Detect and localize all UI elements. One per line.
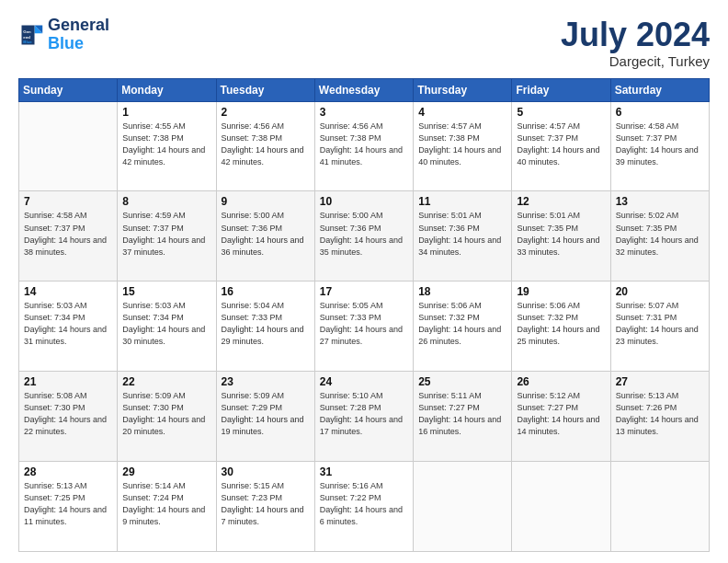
sunset-text: Sunset: 7:38 PM bbox=[418, 133, 480, 143]
day-number: 8 bbox=[122, 195, 210, 208]
sunset-text: Sunset: 7:30 PM bbox=[122, 403, 184, 412]
sunset-text: Sunset: 7:34 PM bbox=[122, 313, 184, 322]
svg-text:Blue: Blue bbox=[23, 40, 32, 44]
col-sunday: Sunday bbox=[19, 78, 118, 101]
cell-info: Sunrise: 5:02 AM Sunset: 7:35 PM Dayligh… bbox=[616, 210, 704, 258]
sunrise-text: Sunrise: 4:56 AM bbox=[222, 121, 285, 131]
cell-info: Sunrise: 4:59 AM Sunset: 7:37 PM Dayligh… bbox=[122, 210, 210, 258]
sunset-text: Sunset: 7:37 PM bbox=[122, 224, 184, 233]
cell-info: Sunrise: 4:57 AM Sunset: 7:37 PM Dayligh… bbox=[517, 121, 605, 168]
sunrise-text: Sunrise: 5:01 AM bbox=[517, 211, 580, 220]
sunset-text: Sunset: 7:38 PM bbox=[122, 133, 184, 143]
cell-info: Sunrise: 5:04 AM Sunset: 7:33 PM Dayligh… bbox=[222, 300, 310, 348]
table-row: 7 Sunrise: 4:58 AM Sunset: 7:37 PM Dayli… bbox=[19, 191, 118, 282]
sunset-text: Sunset: 7:33 PM bbox=[320, 313, 381, 322]
table-row: 21 Sunrise: 5:08 AM Sunset: 7:30 PM Dayl… bbox=[19, 372, 118, 462]
table-row: 9 Sunrise: 5:00 AM Sunset: 7:36 PM Dayli… bbox=[216, 191, 314, 282]
calendar-table: Sunday Monday Tuesday Wednesday Thursday… bbox=[18, 78, 710, 552]
day-number: 21 bbox=[24, 375, 112, 388]
table-row: 28 Sunrise: 5:13 AM Sunset: 7:25 PM Dayl… bbox=[19, 462, 118, 552]
day-number: 9 bbox=[222, 195, 310, 208]
day-number: 14 bbox=[24, 285, 112, 298]
table-row: 8 Sunrise: 4:59 AM Sunset: 7:37 PM Dayli… bbox=[118, 191, 216, 282]
sunset-text: Sunset: 7:27 PM bbox=[418, 403, 480, 412]
day-number: 1 bbox=[122, 106, 210, 119]
daylight-text: Daylight: 14 hours and 14 minutes. bbox=[517, 415, 599, 436]
sunrise-text: Sunrise: 5:05 AM bbox=[320, 301, 383, 310]
table-row: 17 Sunrise: 5:05 AM Sunset: 7:33 PM Dayl… bbox=[314, 282, 413, 372]
cell-info: Sunrise: 5:03 AM Sunset: 7:34 PM Dayligh… bbox=[122, 300, 210, 348]
sunrise-text: Sunrise: 4:58 AM bbox=[616, 121, 679, 131]
sunrise-text: Sunrise: 5:12 AM bbox=[517, 391, 580, 400]
svg-text:eral: eral bbox=[23, 34, 30, 39]
sunrise-text: Sunrise: 4:56 AM bbox=[320, 121, 383, 131]
sunrise-text: Sunrise: 5:07 AM bbox=[616, 301, 679, 310]
sunrise-text: Sunrise: 5:09 AM bbox=[122, 391, 186, 400]
sunset-text: Sunset: 7:34 PM bbox=[24, 313, 85, 322]
sunset-text: Sunset: 7:37 PM bbox=[24, 224, 85, 233]
day-number: 19 bbox=[517, 285, 605, 298]
day-number: 16 bbox=[222, 285, 310, 298]
sunrise-text: Sunrise: 5:10 AM bbox=[320, 391, 383, 400]
sunrise-text: Sunrise: 5:01 AM bbox=[418, 211, 482, 220]
day-number: 11 bbox=[418, 195, 506, 208]
cell-info: Sunrise: 5:06 AM Sunset: 7:32 PM Dayligh… bbox=[517, 300, 605, 348]
table-row: 6 Sunrise: 4:58 AM Sunset: 7:37 PM Dayli… bbox=[610, 101, 709, 191]
sunrise-text: Sunrise: 4:57 AM bbox=[418, 121, 482, 131]
cell-info: Sunrise: 5:06 AM Sunset: 7:32 PM Dayligh… bbox=[418, 300, 506, 348]
sunrise-text: Sunrise: 5:00 AM bbox=[320, 211, 383, 220]
cell-info: Sunrise: 5:09 AM Sunset: 7:29 PM Dayligh… bbox=[222, 390, 310, 438]
col-tuesday: Tuesday bbox=[216, 78, 314, 101]
sunrise-text: Sunrise: 5:14 AM bbox=[122, 481, 186, 490]
col-thursday: Thursday bbox=[414, 78, 512, 101]
calendar-week-row: 28 Sunrise: 5:13 AM Sunset: 7:25 PM Dayl… bbox=[19, 462, 710, 552]
day-number: 6 bbox=[616, 106, 704, 119]
table-row: 10 Sunrise: 5:00 AM Sunset: 7:36 PM Dayl… bbox=[314, 191, 413, 282]
sunrise-text: Sunrise: 4:58 AM bbox=[24, 211, 87, 220]
cell-info: Sunrise: 5:16 AM Sunset: 7:22 PM Dayligh… bbox=[320, 480, 408, 528]
table-row: 23 Sunrise: 5:09 AM Sunset: 7:29 PM Dayl… bbox=[216, 372, 314, 462]
daylight-text: Daylight: 14 hours and 16 minutes. bbox=[418, 415, 501, 436]
daylight-text: Daylight: 14 hours and 7 minutes. bbox=[222, 505, 304, 526]
sunrise-text: Sunrise: 5:11 AM bbox=[418, 391, 482, 400]
cell-info: Sunrise: 5:15 AM Sunset: 7:23 PM Dayligh… bbox=[222, 480, 310, 528]
table-row bbox=[512, 462, 610, 552]
sunrise-text: Sunrise: 4:55 AM bbox=[122, 121, 186, 131]
daylight-text: Daylight: 14 hours and 32 minutes. bbox=[616, 236, 699, 257]
daylight-text: Daylight: 14 hours and 37 minutes. bbox=[122, 236, 205, 257]
daylight-text: Daylight: 14 hours and 38 minutes. bbox=[24, 236, 107, 257]
day-number: 24 bbox=[320, 375, 408, 388]
table-row: 4 Sunrise: 4:57 AM Sunset: 7:38 PM Dayli… bbox=[414, 101, 512, 191]
day-number: 13 bbox=[616, 195, 704, 208]
daylight-text: Daylight: 14 hours and 31 minutes. bbox=[24, 325, 107, 346]
daylight-text: Daylight: 14 hours and 42 minutes. bbox=[122, 145, 205, 167]
daylight-text: Daylight: 14 hours and 35 minutes. bbox=[320, 236, 403, 257]
daylight-text: Daylight: 14 hours and 23 minutes. bbox=[616, 325, 699, 346]
sunset-text: Sunset: 7:28 PM bbox=[320, 403, 381, 412]
calendar-week-row: 7 Sunrise: 4:58 AM Sunset: 7:37 PM Dayli… bbox=[19, 191, 710, 282]
sunset-text: Sunset: 7:36 PM bbox=[222, 224, 283, 233]
table-row bbox=[610, 462, 709, 552]
table-row: 31 Sunrise: 5:16 AM Sunset: 7:22 PM Dayl… bbox=[314, 462, 413, 552]
sunset-text: Sunset: 7:38 PM bbox=[222, 133, 283, 143]
sunset-text: Sunset: 7:37 PM bbox=[517, 133, 578, 143]
daylight-text: Daylight: 14 hours and 13 minutes. bbox=[616, 415, 699, 436]
day-number: 3 bbox=[320, 106, 408, 119]
daylight-text: Daylight: 14 hours and 40 minutes. bbox=[517, 145, 599, 167]
logo: Gen eral Blue General Blue bbox=[18, 17, 109, 53]
sunrise-text: Sunrise: 5:00 AM bbox=[222, 211, 285, 220]
daylight-text: Daylight: 14 hours and 40 minutes. bbox=[418, 145, 501, 167]
day-number: 18 bbox=[418, 285, 506, 298]
table-row: 20 Sunrise: 5:07 AM Sunset: 7:31 PM Dayl… bbox=[610, 282, 709, 372]
day-number: 5 bbox=[517, 106, 605, 119]
day-number: 23 bbox=[222, 375, 310, 388]
sunrise-text: Sunrise: 5:02 AM bbox=[616, 211, 679, 220]
sunset-text: Sunset: 7:36 PM bbox=[418, 224, 480, 233]
table-row: 3 Sunrise: 4:56 AM Sunset: 7:38 PM Dayli… bbox=[314, 101, 413, 191]
logo-icon: Gen eral Blue bbox=[18, 22, 44, 48]
table-row: 12 Sunrise: 5:01 AM Sunset: 7:35 PM Dayl… bbox=[512, 191, 610, 282]
table-row: 5 Sunrise: 4:57 AM Sunset: 7:37 PM Dayli… bbox=[512, 101, 610, 191]
sunset-text: Sunset: 7:32 PM bbox=[517, 313, 578, 322]
table-row: 29 Sunrise: 5:14 AM Sunset: 7:24 PM Dayl… bbox=[118, 462, 216, 552]
sunset-text: Sunset: 7:25 PM bbox=[24, 493, 85, 502]
